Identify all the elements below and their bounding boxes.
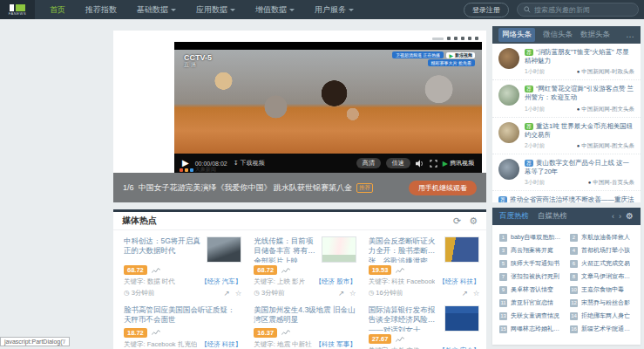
carousel-dot[interactable] — [468, 37, 471, 40]
news-title-link[interactable]: 国际清算银行发布报告谈全球经济风险——对话刘女士 — [369, 305, 440, 332]
video-carousel-slide: CCTV-5 直播 卫视超清频道 正在热播 ▶新浪视频 精彩赛事大片 抢先看 ▶… — [113, 31, 486, 173]
carousel-dot[interactable] — [461, 37, 464, 40]
tencent-video-logo[interactable]: ▶ 腾讯视频 — [443, 159, 474, 168]
trend-chart-icon[interactable] — [152, 267, 160, 274]
playback-speed-button[interactable]: 倍速 — [386, 158, 410, 168]
news-card: 美国会反垄断听证火力全开：脸书垄断扩张、谷歌涉嫌泄密 19.53 关键字: 科技… — [369, 236, 480, 298]
hot-search-item[interactable]: 9吴卓林否认情变 — [499, 285, 563, 294]
chevron-down-icon — [349, 9, 354, 11]
carousel-dot[interactable] — [475, 37, 478, 40]
hot-search-item[interactable]: 6火箭正式完成交易 — [570, 259, 634, 268]
news-title-link[interactable]: 脸书高管回应美国国会听证质疑：天秤币不会面世 — [124, 305, 241, 325]
category-tags[interactable]: 【经济 汽车】 — [200, 277, 241, 286]
news-thumbnail[interactable] — [207, 236, 241, 263]
slide-index: 1/6 — [123, 183, 134, 192]
globe-icon: ● — [577, 69, 580, 74]
hd-quality-button[interactable]: 高清 — [356, 158, 381, 168]
menu-item-app-data[interactable]: 应用数据 — [196, 4, 235, 16]
tab-baidu-hot[interactable]: 百度热榜 — [499, 211, 529, 222]
recommend-badge: 荐 — [525, 160, 533, 167]
refresh-icon[interactable]: ⟳ — [453, 216, 461, 226]
menu-item-home[interactable]: 首页 — [50, 4, 65, 16]
menu-item-value-data[interactable]: 增值数据 — [255, 4, 295, 16]
hot-search-item[interactable]: 8文章马伊琍宣布离婚 — [570, 272, 634, 281]
news-thumbnail[interactable] — [444, 305, 479, 332]
news-thumbnail[interactable] — [322, 236, 356, 263]
video-controls: ▶ 00:00/08:02 ↧下载视频 高清 倍速 ▶ 腾讯视频 — [174, 154, 482, 173]
carousel-dot[interactable] — [454, 37, 458, 40]
headline-item[interactable]: 荐重达1吨 世界最大金币亮相美国纽约交易所 2小时前 ●中国新闻网-图文头条 — [492, 118, 641, 154]
news-thumbnail[interactable] — [444, 236, 479, 263]
hot-search-item[interactable]: 4首都机场打晕小孩 — [570, 246, 634, 255]
watch-on-phone-button[interactable]: 用手机继续观看 — [409, 181, 477, 195]
star-icon[interactable]: ☆ — [349, 290, 356, 298]
panel-title: 媒体热点 — [122, 215, 157, 227]
star-icon[interactable]: ☆ — [235, 290, 242, 298]
trend-chart-icon[interactable] — [281, 329, 290, 336]
video-player[interactable]: CCTV-5 直播 卫视超清频道 正在热播 ▶新浪视频 精彩赛事大片 抢先看 ▶… — [174, 42, 482, 173]
tab-wechat-headlines[interactable]: 微信头条 — [543, 30, 573, 40]
download-icon: ↧ — [234, 160, 239, 167]
top-navbar: FANEWS 首页 推荐指数 基础数据 应用数据 增值数据 用户服务 登录注册 — [0, 0, 644, 19]
category-tags[interactable]: 【经济 股市】 — [315, 277, 356, 286]
timestamp: ◷ 16分钟前 — [369, 289, 403, 298]
carousel-dot-active[interactable] — [432, 38, 444, 40]
hot-search-item[interactable]: 14拒绝挪车两人身亡 — [570, 311, 634, 320]
hot-search-item[interactable]: 15网曝林志玲婚礼细节 — [499, 325, 563, 333]
hot-search-item[interactable]: 13失联女童调查情况 — [499, 311, 563, 320]
search-input[interactable] — [534, 6, 632, 14]
cctv5-channel-logo: CCTV-5 直播 — [184, 53, 212, 68]
share-icon[interactable]: ↗ — [338, 290, 344, 298]
trend-chart-icon[interactable] — [281, 267, 290, 274]
login-button[interactable]: 登录注册 — [464, 3, 509, 17]
trend-chart-icon[interactable] — [396, 336, 404, 343]
headline-item[interactable]: 荐黄山数字文创产品今日上线 这一幕等了20年 3小时前 ●中国网-首页头条 — [492, 154, 641, 191]
share-icon[interactable]: ↗ — [224, 290, 230, 298]
news-title-link[interactable]: 美国会反垄断听证火力全开：脸书垄断扩张、谷歌涉嫌泄密 — [369, 236, 440, 263]
tab-media-hot[interactable]: 自媒热榜 — [538, 211, 567, 222]
watermark-banner: 卫视超清频道 正在热播 — [392, 51, 444, 58]
site-logo[interactable]: FANEWS — [0, 0, 35, 19]
hot-search-item[interactable]: 16新疆艺术学院通知书 — [570, 325, 634, 333]
hot-search-item[interactable]: 10王嘉尔食物中毒 — [570, 285, 634, 294]
menu-item-user-service[interactable]: 用户服务 — [315, 4, 354, 16]
star-icon[interactable]: ☆ — [473, 290, 480, 298]
tab-network-headlines[interactable]: 网络头条 — [498, 28, 535, 42]
video-title-link[interactable]: 中国女子花游完美演绎《我爱你中国》 跳水队获世锦赛第八金 — [139, 182, 353, 194]
hot-search-item[interactable]: 5陕师大手写通知书 — [499, 259, 563, 268]
category-tags[interactable]: 【经济 科技】 — [438, 277, 479, 286]
headline-item[interactable]: 荐推动全省营商法治环境不断改善——重庆法院多项举措助力民营企业发展获点赞 3小时… — [492, 191, 641, 202]
carousel-dot[interactable] — [447, 37, 451, 40]
headline-time: 3小时前 — [525, 179, 545, 187]
headline-item[interactable]: 荐“网红警花交谊舞”引发游客点赞 兰州警方：欢迎互动 1小时前 ●中国新闻网-图… — [492, 80, 641, 117]
headline-item[interactable]: 荐“消防蓝朋友”T恤变“火焰蓝” 尽显精神魅力 1小时前 ●中国新闻网-时政头条 — [492, 44, 641, 80]
hot-search-item[interactable]: 11萧亚轩官宣恋情 — [499, 298, 563, 307]
news-title-link[interactable]: 光线传媒：目前项目储备丰富 将有十余部影片上映 — [254, 236, 315, 263]
trend-chart-icon[interactable] — [396, 267, 404, 274]
gear-icon[interactable]: ⚙ — [469, 216, 478, 226]
prev-icon[interactable]: ‹ — [612, 213, 614, 221]
keywords: 关键字: 上映 影片 — [254, 277, 305, 286]
search-box[interactable] — [517, 3, 639, 17]
fullscreen-icon[interactable] — [430, 160, 437, 168]
trend-chart-icon[interactable] — [152, 329, 160, 336]
hot-search-item[interactable]: 3高云翔案将开庭 — [499, 246, 563, 255]
news-title-link[interactable]: 美国加州发生4.3级地震 旧金山湾区震感明显 — [254, 305, 356, 325]
menu-item-basic-data[interactable]: 基础数据 — [137, 4, 176, 16]
tab-data-headlines[interactable]: 数据头条 — [580, 30, 610, 40]
category-tags[interactable]: 【科技 军事】 — [315, 340, 356, 349]
next-icon[interactable]: › — [619, 213, 621, 221]
hot-search-item[interactable]: 7张扣扣被执行死刑 — [499, 272, 563, 281]
keywords: 关键字: 数据 时代 — [124, 277, 175, 286]
download-video-button[interactable]: ↧下载视频 — [234, 159, 265, 168]
share-icon[interactable]: ↗ — [462, 290, 468, 298]
volume-icon[interactable] — [416, 160, 424, 168]
hot-search-item[interactable]: 2东航放油备降救人 — [570, 233, 634, 242]
gear-icon[interactable]: ⚙ — [626, 212, 634, 221]
hot-search-item[interactable]: 12宋慧乔与粉丝合影 — [570, 298, 634, 307]
menu-item-index[interactable]: 推荐指数 — [85, 4, 117, 16]
carousel-indicators — [432, 37, 478, 40]
category-tags[interactable]: 【经济 科技】 — [200, 340, 241, 349]
hot-search-item[interactable]: 1baby自曝双胞胎梦想 — [499, 233, 563, 242]
news-title-link[interactable]: 中科创达：5G将开启真正的大数据时代 — [124, 236, 201, 263]
